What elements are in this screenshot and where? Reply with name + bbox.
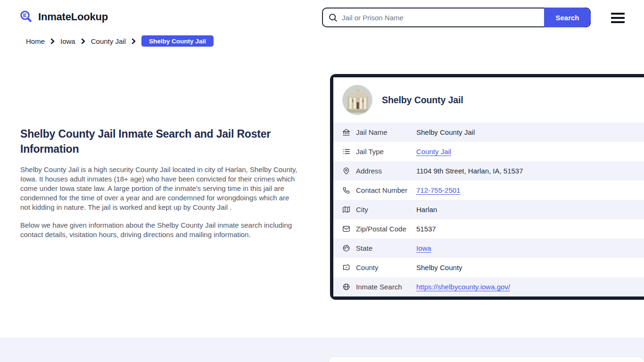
map-pin-icon (342, 167, 350, 175)
hamburger-bar (611, 13, 625, 15)
jail-card-header: Shelby County Jail (333, 77, 644, 123)
list-icon (342, 148, 350, 156)
jail-name-row: Jail Name Shelby County Jail (333, 123, 644, 142)
city-value: Harlan (416, 206, 437, 214)
inmate-search-row: Inmate Search https://shelbycounty.iowa.… (333, 277, 644, 296)
row-label: Address (356, 167, 416, 175)
contact-number-row: Contact Number 712-755-2501 (333, 181, 644, 200)
jail-type-row: Jail Type County Jail (333, 142, 644, 161)
row-label: Jail Type (356, 148, 416, 156)
zip-value: 51537 (416, 225, 436, 233)
chevron-right-icon (50, 38, 55, 44)
breadcrumb: Home Iowa County Jail Shelby County Jail (26, 35, 214, 47)
row-label: State (356, 244, 416, 252)
bank-icon (342, 128, 350, 136)
folded-map-icon (342, 206, 350, 214)
info-paragraph: Below we have given information about th… (20, 221, 299, 239)
chevron-right-icon (81, 38, 86, 44)
county-row: County Shelby County (333, 258, 644, 277)
breadcrumb-item-home[interactable]: Home (26, 37, 45, 45)
address-row: Address 1104 9th Street, Harlan, IA, 515… (333, 161, 644, 181)
brand-name: InmateLookup (38, 11, 108, 23)
contact-number-link[interactable]: 712-755-2501 (416, 186, 460, 194)
row-label: City (356, 206, 416, 214)
county-flag-icon (342, 263, 350, 272)
row-label: Jail Name (356, 128, 416, 136)
row-label: Zip/Postal Code (356, 225, 416, 233)
breadcrumb-current-page[interactable]: Shelby County Jail (141, 35, 214, 47)
address-value: 1104 9th Street, Harlan, IA, 51537 (416, 167, 523, 175)
hamburger-bar (611, 21, 625, 23)
state-link[interactable]: Iowa (416, 244, 431, 252)
magnifier-lines-icon (19, 9, 34, 25)
jail-name-value: Shelby County Jail (416, 128, 475, 136)
search-icon (329, 13, 338, 22)
breadcrumb-item-iowa[interactable]: Iowa (60, 37, 75, 45)
state-row: State Iowa (333, 239, 644, 258)
globe-grid-icon (342, 283, 350, 291)
row-label: Contact Number (356, 186, 416, 194)
envelope-icon (342, 225, 350, 233)
jail-search-bar: Search (322, 8, 591, 27)
hamburger-bar (611, 17, 625, 19)
intro-paragraph: Shelby County Jail is a high security Co… (20, 165, 299, 212)
chevron-right-icon (131, 38, 136, 44)
phone-icon (342, 186, 350, 194)
zip-row: Zip/Postal Code 51537 (333, 219, 644, 239)
next-card-top-edge (329, 356, 644, 362)
county-value: Shelby County (416, 263, 462, 272)
courthouse-photo (342, 85, 372, 115)
row-label: County (356, 263, 416, 272)
jail-card-title: Shelby County Jail (382, 95, 463, 106)
hamburger-menu-icon[interactable] (611, 13, 625, 23)
article: Shelby County Jail Inmate Search and Jai… (20, 126, 299, 239)
page-title: Shelby County Jail Inmate Search and Jai… (20, 126, 299, 156)
jail-info-card: Shelby County Jail Jail Name Shelby Coun… (330, 74, 644, 300)
breadcrumb-item-county-jail[interactable]: County Jail (91, 37, 126, 45)
row-label: Inmate Search (356, 283, 416, 291)
globe-icon (342, 244, 350, 252)
city-row: City Harlan (333, 200, 644, 219)
jail-type-link[interactable]: County Jail (416, 148, 451, 156)
brand-logo[interactable]: InmateLookup (19, 9, 108, 25)
inmate-search-link[interactable]: https://shelbycounty.iowa.gov/ (416, 283, 510, 291)
search-button[interactable]: Search (544, 8, 591, 27)
